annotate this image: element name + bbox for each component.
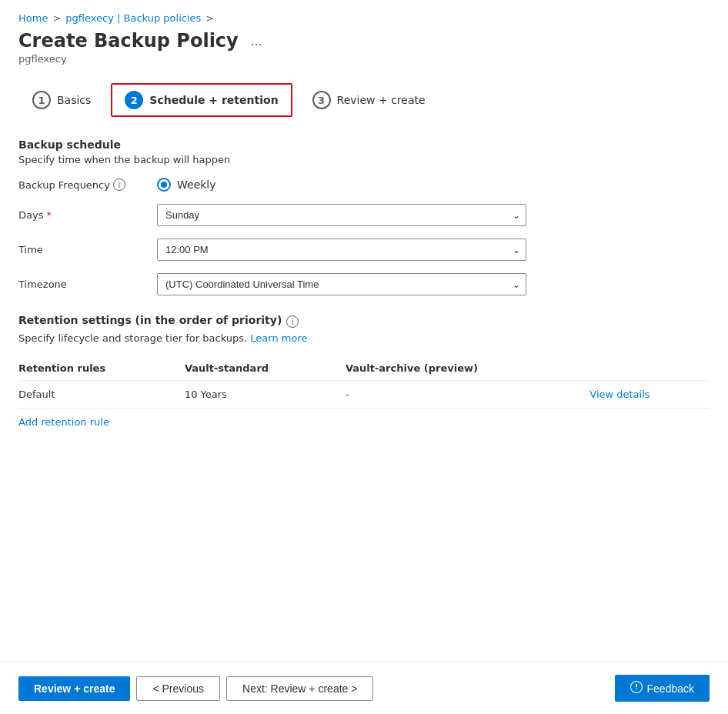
retention-info-icon[interactable]: i — [286, 315, 299, 328]
backup-schedule-title: Backup schedule — [18, 138, 710, 151]
ellipsis-button[interactable]: ... — [246, 32, 267, 51]
timezone-select-wrapper: (UTC) Coordinated Universal Time (UTC-05… — [157, 273, 526, 295]
learn-more-link[interactable]: Learn more — [250, 332, 307, 344]
row-action: View details — [589, 381, 710, 409]
backup-schedule-subtitle: Specify time when the backup will happen — [18, 154, 710, 165]
col-vault-standard: Vault-standard — [185, 356, 346, 381]
timezone-label: Timezone — [18, 279, 157, 290]
days-select[interactable]: Sunday Monday Tuesday Wednesday Thursday… — [157, 204, 526, 226]
breadcrumb-home[interactable]: Home — [18, 12, 48, 24]
weekly-radio-inner — [161, 182, 167, 188]
page-subtitle: pgflexecy — [18, 53, 710, 65]
breadcrumb-sep1: > — [52, 12, 61, 24]
days-required-star: * — [46, 209, 52, 221]
time-row: Time 12:00 PM 1:00 AM 2:00 AM 3:00 AM ⌄ — [18, 239, 710, 261]
row-vault-standard: 10 Years — [185, 381, 346, 409]
time-select[interactable]: 12:00 PM 1:00 AM 2:00 AM 3:00 AM — [157, 239, 526, 261]
step-basics[interactable]: 1 Basics — [18, 83, 105, 117]
next-button[interactable]: Next: Review + create > — [226, 676, 373, 701]
retention-section: Retention settings (in the order of prio… — [18, 314, 710, 428]
step-schedule[interactable]: 2 Schedule + retention — [111, 83, 292, 117]
breadcrumb-policies[interactable]: pgflexecy | Backup policies — [65, 12, 201, 24]
retention-table: Retention rules Vault-standard Vault-arc… — [18, 356, 710, 409]
footer: Review + create < Previous Next: Review … — [0, 662, 728, 714]
step-review-number: 3 — [312, 91, 331, 109]
days-row: Days * Sunday Monday Tuesday Wednesday T… — [18, 204, 710, 226]
timezone-row: Timezone (UTC) Coordinated Universal Tim… — [18, 273, 710, 295]
view-details-link[interactable]: View details — [589, 389, 650, 400]
col-actions — [589, 356, 710, 381]
timezone-select[interactable]: (UTC) Coordinated Universal Time (UTC-05… — [157, 273, 526, 295]
weekly-label: Weekly — [177, 178, 216, 191]
days-select-wrapper: Sunday Monday Tuesday Wednesday Thursday… — [157, 204, 526, 226]
retention-section-title: Retention settings (in the order of prio… — [18, 314, 282, 326]
table-row: Default 10 Years - View details — [18, 381, 710, 409]
step-schedule-label: Schedule + retention — [149, 94, 278, 106]
retention-section-subtitle: Specify lifecycle and storage tier for b… — [18, 332, 710, 344]
step-basics-number: 1 — [32, 91, 51, 109]
previous-button[interactable]: < Previous — [136, 676, 220, 701]
step-review-label: Review + create — [337, 94, 426, 106]
step-basics-label: Basics — [57, 94, 91, 106]
step-review[interactable]: 3 Review + create — [299, 83, 439, 117]
retention-title-row: Retention settings (in the order of prio… — [18, 314, 710, 329]
steps-row: 1 Basics 2 Schedule + retention 3 Review… — [18, 83, 710, 117]
backup-frequency-row: Backup Frequency i Weekly — [18, 178, 710, 192]
time-label: Time — [18, 244, 157, 255]
backup-frequency-label: Backup Frequency i — [18, 178, 157, 191]
feedback-icon — [630, 681, 643, 696]
feedback-button[interactable]: Feedback — [615, 675, 710, 702]
frequency-info-icon[interactable]: i — [113, 178, 125, 191]
breadcrumb-sep2: > — [205, 12, 214, 24]
row-vault-archive: - — [346, 381, 589, 409]
weekly-radio[interactable] — [157, 178, 171, 192]
frequency-radio-group: Weekly — [157, 178, 216, 192]
breadcrumb: Home > pgflexecy | Backup policies > — [18, 12, 710, 24]
add-retention-rule-link[interactable]: Add retention rule — [18, 416, 109, 428]
days-label: Days * — [18, 209, 157, 221]
col-retention-rules: Retention rules — [18, 356, 185, 381]
row-name: Default — [18, 381, 185, 409]
time-select-wrapper: 12:00 PM 1:00 AM 2:00 AM 3:00 AM ⌄ — [157, 239, 526, 261]
step-schedule-number: 2 — [125, 91, 143, 109]
feedback-label: Feedback — [647, 682, 694, 695]
col-vault-archive: Vault-archive (preview) — [346, 356, 589, 381]
page-title: Create Backup Policy — [18, 30, 239, 52]
review-create-button[interactable]: Review + create — [18, 676, 130, 701]
